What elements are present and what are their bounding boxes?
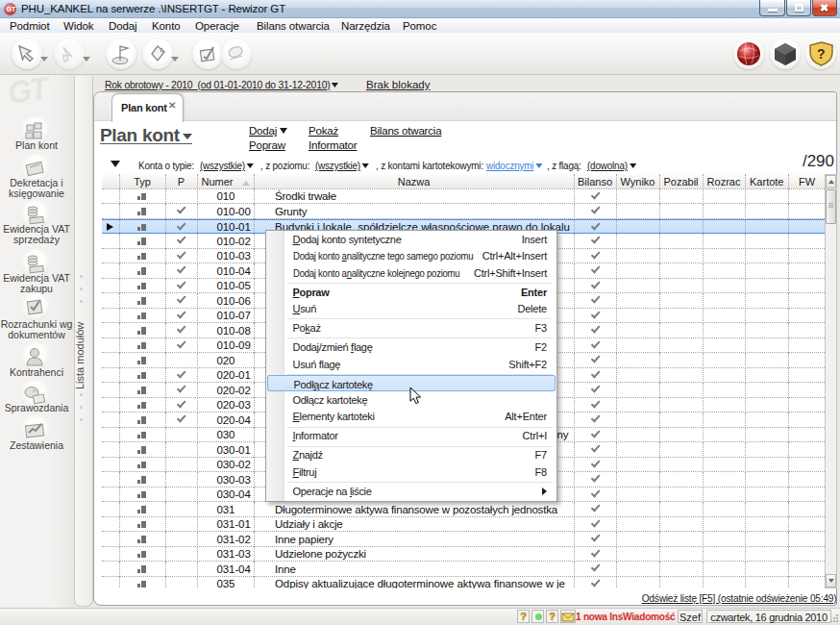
svg-text:?: ? xyxy=(817,46,826,62)
